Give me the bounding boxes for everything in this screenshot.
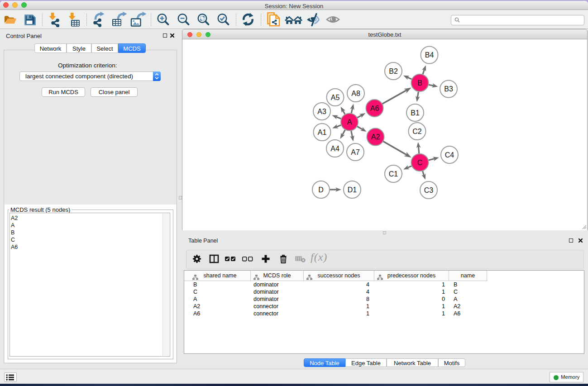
svg-text:D: D — [318, 186, 324, 194]
svg-text:C3: C3 — [424, 186, 434, 194]
svg-text:A5: A5 — [331, 94, 340, 101]
svg-text:C: C — [417, 159, 423, 167]
svg-text:C1: C1 — [389, 170, 398, 178]
svg-text:A1: A1 — [318, 129, 327, 136]
svg-text:C2: C2 — [412, 128, 422, 135]
svg-text:A7: A7 — [351, 148, 360, 156]
svg-text:B1: B1 — [411, 109, 420, 117]
svg-text:B: B — [417, 79, 422, 87]
svg-text:C4: C4 — [445, 151, 454, 159]
svg-text:A: A — [347, 118, 352, 126]
svg-text:B3: B3 — [444, 85, 453, 93]
svg-text:D1: D1 — [348, 186, 357, 194]
svg-text:A2: A2 — [371, 133, 380, 141]
svg-text:A4: A4 — [330, 145, 339, 152]
svg-text:B4: B4 — [425, 51, 434, 59]
svg-text:B2: B2 — [389, 67, 398, 75]
svg-text:A3: A3 — [317, 108, 326, 115]
svg-text:A6: A6 — [370, 105, 379, 112]
svg-text:A8: A8 — [351, 90, 360, 97]
